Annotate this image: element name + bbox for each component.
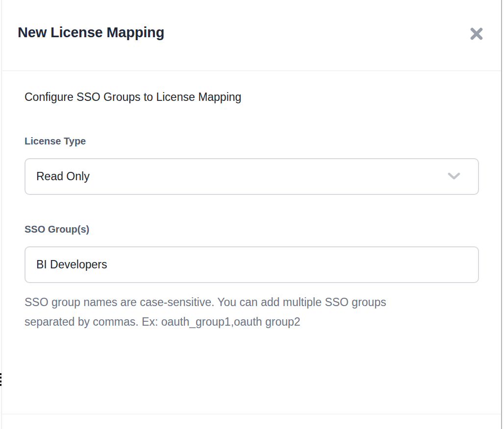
close-icon xyxy=(469,26,484,43)
license-type-label: License Type xyxy=(25,136,86,147)
modal-right-border xyxy=(501,0,502,429)
new-license-mapping-modal: New License Mapping Configure SSO Groups… xyxy=(2,0,501,429)
page-edge-left xyxy=(0,0,2,429)
sso-groups-helper-text: SSO group names are case-sensitive. You … xyxy=(25,292,386,332)
license-type-select[interactable]: Read Only xyxy=(25,158,479,195)
sso-groups-label: SSO Group(s) xyxy=(25,224,89,235)
background-page-artifact xyxy=(0,373,1,386)
modal-subtitle: Configure SSO Groups to License Mapping xyxy=(25,91,241,104)
close-button[interactable] xyxy=(468,25,485,43)
sso-groups-input[interactable] xyxy=(25,246,479,283)
modal-bottom-divider xyxy=(2,414,501,414)
modal-title: New License Mapping xyxy=(18,24,164,41)
license-type-selected-value: Read Only xyxy=(36,170,90,183)
chevron-down-icon xyxy=(448,170,460,183)
page-edge-right xyxy=(502,0,504,429)
modal-header: New License Mapping xyxy=(2,0,501,71)
helper-line-2: separated by commas. Ex: oauth_group1,oa… xyxy=(25,312,386,332)
helper-line-1: SSO group names are case-sensitive. You … xyxy=(25,292,386,312)
